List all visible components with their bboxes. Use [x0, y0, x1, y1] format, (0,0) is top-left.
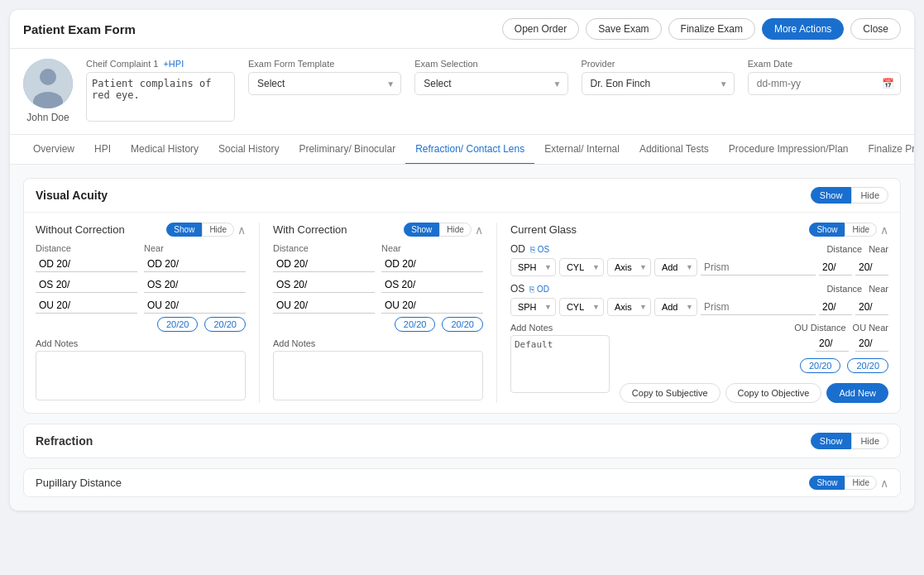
cg-od-sph-select[interactable]: SPH [510, 258, 556, 276]
cg-od-row: OD ⎘ OS Distance Near [510, 243, 888, 276]
copy-od-btn[interactable]: ⎘ OS [530, 245, 549, 254]
tab-additional-tests[interactable]: Additional Tests [630, 135, 719, 165]
cg-os-cyl-select[interactable]: CYL [559, 298, 604, 316]
cg-os-prism-input[interactable] [701, 299, 816, 315]
tabs-bar: Overview HPI Medical History Social Hist… [10, 135, 914, 165]
visual-acuity-title: Visual Acuity [36, 189, 108, 202]
svg-point-1 [40, 69, 56, 85]
wc-os-near-input[interactable] [381, 277, 483, 293]
cg-os-add-select[interactable]: Add [654, 298, 697, 316]
os-near-input[interactable] [144, 277, 246, 293]
cg-badge-2: 20/20 [847, 358, 888, 373]
visual-acuity-hide-btn[interactable]: Hide [851, 187, 888, 204]
cg-notes-col: Add Notes Default [510, 323, 610, 395]
cg-show-btn[interactable]: Show [809, 223, 845, 237]
current-glass-title: Current Glass [510, 223, 577, 236]
exam-date-input[interactable] [748, 72, 901, 95]
ou-distance-input[interactable] [36, 298, 137, 314]
cg-od-sph-wrapper: SPH ▼ [510, 258, 556, 276]
os-distance-input[interactable] [36, 277, 137, 293]
cg-od-distance-input[interactable] [819, 260, 852, 276]
complaint-textarea[interactable]: Patient complains of red eye. [86, 72, 235, 122]
pupillary-show-hide: Show Hide [809, 476, 877, 490]
finalize-exam-button[interactable]: Finalize Exam [668, 18, 755, 40]
exam-date-label: Exam Date [748, 59, 901, 69]
cg-od-near-label: Near [869, 244, 888, 254]
exam-form-template-select[interactable]: Select [248, 72, 401, 95]
without-correction-show-btn[interactable]: Show [166, 223, 202, 237]
cg-collapse-btn[interactable]: ∧ [880, 223, 888, 237]
cg-od-cyl-select[interactable]: CYL [559, 258, 604, 276]
provider-select[interactable]: Dr. Eon Finch [582, 72, 735, 95]
cg-od-add-select[interactable]: Add [654, 258, 697, 276]
with-correction-hide-btn[interactable]: Hide [439, 223, 472, 237]
cg-os-axis-select[interactable]: Axis [607, 298, 651, 316]
with-correction-collapse-btn[interactable]: ∧ [475, 223, 483, 237]
open-order-button[interactable]: Open Order [502, 18, 579, 40]
cg-os-distance-input[interactable] [819, 299, 852, 315]
tab-finalize-prescription[interactable]: Finalize Prescription [859, 135, 914, 165]
cg-ou-near-input[interactable] [855, 336, 888, 352]
pupillary-title: Pupillary Distance [36, 477, 122, 489]
save-exam-button[interactable]: Save Exam [586, 18, 661, 40]
wc-ou-distance-input[interactable] [273, 298, 375, 314]
copy-os-btn[interactable]: ⎘ OD [529, 285, 549, 294]
ou-near-input[interactable] [144, 298, 246, 314]
wc-od-near-input[interactable] [381, 256, 483, 272]
refraction-title: Refraction [36, 434, 93, 448]
exam-selection-select[interactable]: Select [414, 72, 567, 95]
copy-to-subjective-btn[interactable]: Copy to Subjective [620, 383, 721, 403]
without-correction-hide-btn[interactable]: Hide [202, 223, 234, 237]
hpi-link[interactable]: +HPI [163, 59, 184, 69]
pupillary-hide-btn[interactable]: Hide [845, 476, 877, 490]
od-distance-input[interactable] [36, 256, 137, 272]
add-new-btn[interactable]: Add New [826, 383, 888, 403]
without-correction-col: Without Correction Show Hide ∧ [36, 223, 260, 403]
tab-preliminary-binocular[interactable]: Preliminary/ Binocular [289, 135, 405, 165]
cg-od-prism-input[interactable] [701, 260, 816, 276]
pupillary-section: Pupillary Distance Show Hide ∧ [23, 468, 901, 497]
wc-ou-near-input[interactable] [381, 298, 483, 314]
close-button[interactable]: Close [850, 18, 901, 40]
exam-form-template-field: Exam Form Template Select ▼ [248, 59, 401, 95]
cg-ou-distance-input[interactable] [816, 336, 849, 352]
pupillary-show-btn[interactable]: Show [809, 476, 845, 490]
current-glass-col: Current Glass Show Hide ∧ [510, 223, 888, 403]
without-correction-collapse-btn[interactable]: ∧ [237, 223, 246, 237]
tab-medical-history[interactable]: Medical History [121, 135, 208, 165]
cg-os-axis-wrapper: Axis ▼ [607, 298, 651, 316]
page-header: Patient Exam Form Open Order Save Exam F… [10, 10, 914, 49]
cg-os-near-input[interactable] [855, 299, 888, 315]
tab-overview[interactable]: Overview [23, 135, 84, 165]
cg-od-near-input[interactable] [855, 260, 888, 276]
wc-os-distance-input[interactable] [273, 277, 375, 293]
near-col-label: Near [144, 243, 246, 253]
more-actions-button[interactable]: More Actions [762, 18, 844, 40]
od-near-input[interactable] [144, 256, 246, 272]
refraction-hide-btn[interactable]: Hide [851, 433, 888, 449]
visual-acuity-header: Visual Acuity Show Hide [24, 179, 900, 213]
pupillary-collapse-btn[interactable]: ∧ [880, 477, 888, 490]
cg-hide-btn[interactable]: Hide [845, 223, 877, 237]
copy-to-objective-btn[interactable]: Copy to Objective [725, 383, 822, 403]
wc-od-distance-input[interactable] [273, 256, 375, 272]
visual-acuity-show-btn[interactable]: Show [811, 187, 852, 204]
exam-date-field: Exam Date 📅 [748, 59, 901, 95]
without-correction-show-hide: Show Hide [166, 223, 234, 237]
tab-social-history[interactable]: Social History [208, 135, 289, 165]
cg-od-add-wrapper: Add ▼ [654, 258, 697, 276]
cg-notes-textarea[interactable]: Default [510, 335, 610, 393]
with-correction-title: With Correction [273, 223, 347, 236]
with-correction-show-btn[interactable]: Show [404, 223, 439, 237]
cg-os-add-wrapper: Add ▼ [654, 298, 697, 316]
tab-external-internal[interactable]: External/ Internal [534, 135, 630, 165]
cg-od-cyl-wrapper: CYL ▼ [559, 258, 604, 276]
cc-notes-textarea[interactable] [273, 351, 483, 400]
tab-procedure-impression-plan[interactable]: Procedure Impression/Plan [719, 135, 859, 165]
cg-os-sph-select[interactable]: SPH [510, 298, 556, 316]
wc-notes-textarea[interactable] [36, 351, 246, 400]
cg-od-axis-select[interactable]: Axis [607, 258, 651, 276]
tab-refraction-contact-lens[interactable]: Refraction/ Contact Lens [405, 135, 534, 165]
tab-hpi[interactable]: HPI [84, 135, 121, 165]
refraction-show-btn[interactable]: Show [811, 433, 852, 449]
